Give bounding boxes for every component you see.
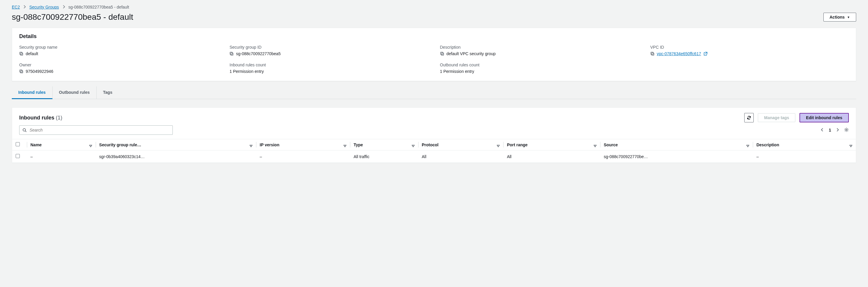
col-ip-version[interactable]: IP version [256, 139, 350, 150]
svg-rect-9 [20, 70, 22, 72]
copy-icon[interactable] [19, 51, 23, 56]
cell-source: sg-088c700922770be… [600, 150, 753, 163]
sort-icon [89, 143, 92, 146]
svg-rect-6 [652, 53, 654, 55]
sort-icon [849, 143, 852, 146]
cell-ip-version: – [256, 150, 350, 163]
col-port-range[interactable]: Port range [503, 139, 600, 150]
caret-down-icon: ▼ [847, 15, 850, 19]
copy-icon[interactable] [650, 51, 654, 56]
detail-owner: Owner 975049922946 [19, 63, 218, 74]
col-source[interactable]: Source [600, 139, 753, 150]
manage-tags-button[interactable]: Manage tags [758, 113, 795, 122]
refresh-button[interactable] [744, 113, 754, 122]
cell-description: – [753, 150, 856, 163]
copy-icon[interactable] [229, 51, 234, 56]
gear-icon [844, 128, 849, 132]
search-input[interactable] [29, 128, 169, 133]
chevron-right-icon [835, 128, 840, 132]
vpc-link[interactable]: vpc-0787634e650ffc617 [657, 51, 701, 56]
chevron-right-icon [23, 5, 26, 9]
sort-icon [594, 143, 597, 146]
copy-icon[interactable] [19, 69, 23, 73]
col-sgr[interactable]: Security group rule… [96, 139, 256, 150]
col-name[interactable]: Name [27, 139, 96, 150]
svg-rect-8 [20, 71, 23, 73]
inbound-rules-table: Name Security group rule… IP version Typ… [12, 139, 856, 163]
svg-rect-0 [20, 53, 23, 55]
chevron-right-icon [63, 5, 65, 9]
search-icon [23, 128, 27, 132]
inbound-rules-panel: Inbound rules (1) Manage tags Edit inbou… [12, 107, 856, 163]
tab-tags[interactable]: Tags [97, 86, 119, 99]
col-protocol[interactable]: Protocol [418, 139, 503, 150]
detail-security-group-name: Security group name default [19, 45, 218, 56]
actions-button[interactable]: Actions ▼ [824, 13, 856, 22]
details-heading: Details [12, 28, 856, 45]
tab-inbound-rules[interactable]: Inbound rules [12, 86, 53, 99]
row-checkbox[interactable] [16, 154, 20, 158]
refresh-icon [747, 115, 751, 120]
search-box[interactable] [19, 125, 173, 135]
details-panel: Details Security group name default Secu… [12, 28, 856, 81]
svg-rect-2 [231, 53, 233, 55]
detail-inbound-count: Inbound rules count 1 Permission entry [229, 63, 428, 74]
chevron-left-icon [820, 128, 825, 132]
copy-icon[interactable] [440, 51, 444, 56]
svg-rect-1 [20, 52, 22, 55]
sort-icon [343, 143, 346, 146]
detail-outbound-count: Outbound rules count 1 Permission entry [440, 63, 639, 74]
page-number: 1 [829, 128, 831, 133]
external-link-icon [704, 51, 708, 56]
sort-icon [746, 143, 749, 146]
select-all-checkbox[interactable] [16, 142, 20, 146]
svg-rect-3 [230, 52, 232, 55]
svg-rect-7 [651, 52, 653, 55]
table-row[interactable]: – sgr-0b39a4060323c14… – All traffic All… [12, 150, 856, 163]
svg-rect-5 [440, 52, 443, 55]
inbound-rules-title: Inbound rules (1) [19, 115, 62, 121]
cell-type: All traffic [350, 150, 418, 163]
svg-point-10 [23, 129, 26, 131]
edit-inbound-rules-button[interactable]: Edit inbound rules [800, 113, 849, 122]
page-title: sg-088c700922770bea5 - default [12, 12, 133, 22]
tabs: Inbound rules Outbound rules Tags [12, 86, 856, 99]
col-description[interactable]: Description [753, 139, 856, 150]
breadcrumb-security-groups[interactable]: Security Groups [29, 5, 59, 9]
sort-icon [412, 143, 415, 146]
sort-icon [497, 143, 500, 146]
svg-point-11 [846, 129, 847, 130]
breadcrumb-ec2[interactable]: EC2 [12, 5, 20, 9]
cell-protocol: All [418, 150, 503, 163]
pagination: 1 [820, 128, 849, 133]
breadcrumb-current: sg-088c700922770bea5 - default [68, 5, 129, 9]
sort-icon [250, 143, 252, 146]
detail-vpc-id: VPC ID vpc-0787634e650ffc617 [650, 45, 849, 56]
tab-outbound-rules[interactable]: Outbound rules [53, 86, 97, 99]
col-type[interactable]: Type [350, 139, 418, 150]
cell-sgr: sgr-0b39a4060323c14… [96, 150, 256, 163]
svg-rect-4 [441, 53, 443, 55]
detail-security-group-id: Security group ID sg-088c700922770bea5 [229, 45, 428, 56]
settings-button[interactable] [844, 128, 849, 133]
breadcrumb: EC2 Security Groups sg-088c700922770bea5… [12, 0, 856, 12]
cell-port-range: All [503, 150, 600, 163]
prev-page-button[interactable] [820, 128, 825, 133]
next-page-button[interactable] [835, 128, 840, 133]
detail-description: Description default VPC security group [440, 45, 639, 56]
cell-name: – [27, 150, 96, 163]
